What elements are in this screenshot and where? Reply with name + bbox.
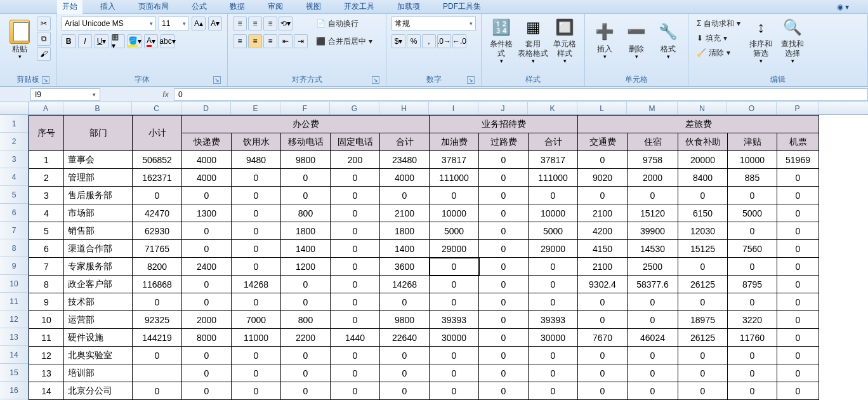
help-icon[interactable]: ◉ ▾: [837, 3, 849, 11]
number-format-combo[interactable]: 常规▾: [391, 17, 476, 30]
cell[interactable]: 37817: [529, 151, 578, 169]
cell-styles-button[interactable]: 🔲单元格 样式▾: [550, 17, 579, 65]
header-cell[interactable]: 交通费: [578, 133, 628, 151]
cell[interactable]: [133, 364, 182, 382]
format-painter-button[interactable]: 🖌: [37, 47, 51, 61]
paste-button[interactable]: 粘贴 ▾: [5, 17, 34, 65]
row-header[interactable]: 10: [0, 275, 28, 293]
cell[interactable]: 0: [232, 347, 281, 364]
header-cell[interactable]: 固定电话: [331, 133, 380, 151]
cell[interactable]: 2100: [578, 204, 628, 222]
align-center-button[interactable]: ≡: [248, 34, 262, 48]
cell[interactable]: 13: [29, 364, 64, 382]
cell[interactable]: 2100: [578, 258, 628, 276]
cell[interactable]: 8: [29, 276, 64, 293]
cell[interactable]: 0: [232, 187, 281, 204]
currency-button[interactable]: $▾: [391, 34, 405, 48]
cell[interactable]: 0: [529, 276, 578, 293]
cell[interactable]: 0: [628, 364, 678, 382]
wrap-text-button[interactable]: 📄 自动换行: [313, 17, 376, 30]
header-cell[interactable]: 加油费: [430, 133, 479, 151]
merge-center-button[interactable]: ⬛ 合并后居中 ▾: [313, 34, 376, 48]
cell[interactable]: 2: [29, 169, 64, 187]
cell[interactable]: 2000: [182, 311, 232, 329]
cell[interactable]: 0: [232, 382, 281, 400]
cell[interactable]: 9020: [578, 169, 628, 187]
cell[interactable]: 8400: [678, 169, 728, 187]
align-left-button[interactable]: ≡: [233, 34, 247, 48]
cell[interactable]: 800: [281, 204, 331, 222]
cell[interactable]: 23480: [380, 151, 430, 169]
cell[interactable]: 15125: [678, 240, 728, 258]
fx-icon[interactable]: fx: [157, 90, 174, 99]
cell[interactable]: 144219: [133, 329, 182, 347]
cell[interactable]: 0: [678, 364, 728, 382]
cell[interactable]: 0: [479, 382, 529, 400]
select-all-corner[interactable]: [0, 102, 29, 114]
cell[interactable]: 0: [281, 276, 331, 293]
cell[interactable]: 0: [777, 347, 819, 364]
cell[interactable]: 0: [728, 347, 777, 364]
cell[interactable]: 0: [678, 382, 728, 400]
cell[interactable]: 0: [578, 382, 628, 400]
align-bottom-button[interactable]: ≡: [263, 17, 277, 30]
indent-increase-button[interactable]: ⇥: [294, 34, 308, 48]
tab-dev[interactable]: 开发工具: [339, 0, 379, 14]
row-header[interactable]: 4: [0, 168, 28, 186]
cell[interactable]: 0: [479, 258, 529, 276]
table-format-button[interactable]: ▦套用 表格格式▾: [518, 17, 548, 65]
cell[interactable]: 20000: [678, 151, 728, 169]
cell[interactable]: 0: [578, 364, 628, 382]
cell[interactable]: 0: [331, 311, 380, 329]
header-cell[interactable]: 快递费: [182, 133, 232, 151]
cell[interactable]: 8000: [182, 329, 232, 347]
cell[interactable]: 1440: [331, 329, 380, 347]
cell[interactable]: 26125: [678, 276, 728, 293]
cell[interactable]: 0: [380, 293, 430, 311]
cell[interactable]: 专家服务部: [64, 258, 133, 276]
cell[interactable]: 10000: [430, 204, 479, 222]
cell[interactable]: 0: [777, 364, 819, 382]
row-header[interactable]: 8: [0, 239, 28, 257]
cell[interactable]: 10000: [529, 204, 578, 222]
row-header[interactable]: 9: [0, 257, 28, 275]
cell[interactable]: 12: [29, 347, 64, 364]
cell[interactable]: 12030: [678, 222, 728, 240]
header-cell[interactable]: 小计: [133, 116, 182, 151]
align-middle-button[interactable]: ≡: [248, 17, 262, 30]
cell[interactable]: 7670: [578, 329, 628, 347]
cell[interactable]: 0: [331, 258, 380, 276]
cell[interactable]: 18975: [678, 311, 728, 329]
find-select-button[interactable]: 🔍查找和 选择▾: [778, 17, 807, 65]
cell[interactable]: 46024: [628, 329, 678, 347]
cell[interactable]: 0: [777, 187, 819, 204]
cell[interactable]: 0: [678, 347, 728, 364]
cell[interactable]: 0: [479, 187, 529, 204]
tab-home[interactable]: 开始: [57, 0, 82, 14]
cell[interactable]: 0: [182, 364, 232, 382]
cell[interactable]: 0: [479, 293, 529, 311]
cell[interactable]: 0: [331, 382, 380, 400]
cell[interactable]: 运营部: [64, 311, 133, 329]
cell[interactable]: 0: [331, 276, 380, 293]
cell[interactable]: 11: [29, 329, 64, 347]
cell[interactable]: 39900: [628, 222, 678, 240]
cell[interactable]: 0: [182, 382, 232, 400]
cell[interactable]: 0: [479, 240, 529, 258]
tab-layout[interactable]: 页面布局: [133, 0, 174, 14]
tab-formula[interactable]: 公式: [187, 0, 212, 14]
cell[interactable]: 3600: [380, 258, 430, 276]
increase-decimal-button[interactable]: .0→: [437, 34, 451, 48]
cell[interactable]: 0: [133, 293, 182, 311]
cell[interactable]: 2400: [182, 258, 232, 276]
clear-button[interactable]: 🧹 清除 ▾: [694, 46, 744, 60]
cell[interactable]: 0: [232, 204, 281, 222]
cell[interactable]: 0: [777, 293, 819, 311]
cell[interactable]: 0: [182, 222, 232, 240]
cell[interactable]: 0: [232, 222, 281, 240]
cell[interactable]: 111000: [529, 169, 578, 187]
cell[interactable]: 37817: [430, 151, 479, 169]
row-header[interactable]: 11: [0, 293, 28, 310]
cell[interactable]: 4200: [578, 222, 628, 240]
cell[interactable]: 0: [331, 204, 380, 222]
